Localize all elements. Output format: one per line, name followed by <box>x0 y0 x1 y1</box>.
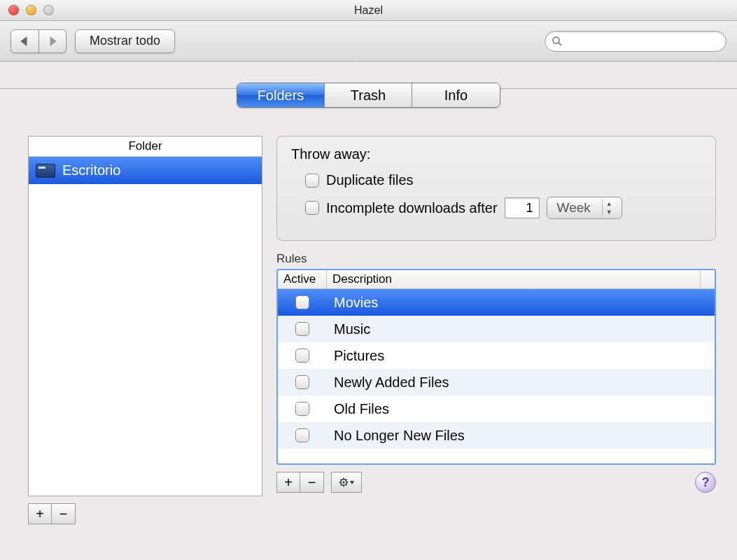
rule-active-checkbox[interactable] <box>295 428 309 442</box>
rules-pane: Throw away: Duplicate files Incomplete d… <box>276 136 716 524</box>
back-button[interactable] <box>10 29 39 53</box>
rule-description: Old Files <box>327 401 715 417</box>
folder-list-box: Folder Escritorio <box>28 136 262 496</box>
rule-description: No Longer New Files <box>327 428 715 444</box>
rule-description: Movies <box>327 295 715 311</box>
folder-list[interactable]: Escritorio <box>29 157 262 496</box>
show-all-button[interactable]: Mostrar todo <box>75 29 175 53</box>
rule-active-cell <box>278 349 327 363</box>
add-rule-button[interactable]: + <box>276 472 300 493</box>
rules-buttons-row: + − ? <box>276 472 716 493</box>
rule-active-cell <box>278 375 327 389</box>
zoom-window-button[interactable] <box>43 5 54 15</box>
rule-row[interactable]: Music <box>278 316 715 342</box>
search-icon <box>552 36 563 49</box>
svg-point-2 <box>553 37 559 43</box>
rule-active-cell <box>278 295 327 309</box>
col-header-active[interactable]: Active <box>278 270 327 288</box>
rule-active-cell <box>278 402 327 416</box>
incomplete-downloads-checkbox[interactable] <box>305 201 319 215</box>
rule-description: Newly Added Files <box>327 374 715 391</box>
throw-incomplete-row: Incomplete downloads after Week ▲▼ <box>305 197 701 219</box>
gear-icon <box>339 477 354 488</box>
rule-row[interactable]: Movies <box>278 289 715 316</box>
duplicate-files-label: Duplicate files <box>326 172 414 188</box>
search-input[interactable] <box>545 31 727 52</box>
tab-folders[interactable]: Folders <box>237 83 325 107</box>
duplicate-files-checkbox[interactable] <box>305 174 319 188</box>
rule-active-checkbox[interactable] <box>295 322 309 336</box>
rule-active-checkbox[interactable] <box>295 375 309 389</box>
stepper-icon: ▲▼ <box>602 200 616 216</box>
col-header-scroll-gutter <box>701 270 715 288</box>
help-button[interactable]: ? <box>695 472 716 493</box>
content-area: Folder Escritorio + − Throw away: Duplic… <box>0 115 737 524</box>
minimize-window-button[interactable] <box>26 5 36 15</box>
forward-button[interactable] <box>39 29 67 53</box>
svg-marker-14 <box>350 481 354 484</box>
remove-folder-button[interactable]: − <box>52 503 76 524</box>
svg-line-11 <box>346 484 346 485</box>
toolbar: Mostrar todo <box>0 21 737 62</box>
window-title: Hazel <box>0 4 737 17</box>
traffic-lights <box>8 5 54 15</box>
svg-point-5 <box>342 481 344 483</box>
incomplete-unit-label: Week <box>557 200 591 216</box>
search-wrap <box>545 31 727 52</box>
folder-item-label: Escritorio <box>62 162 120 178</box>
folder-item[interactable]: Escritorio <box>29 157 262 184</box>
rule-description: Pictures <box>327 348 715 364</box>
throw-away-title: Throw away: <box>291 146 701 162</box>
rule-row[interactable]: Newly Added Files <box>278 369 715 396</box>
rules-table-header: Active Description <box>278 270 715 289</box>
tab-row: Folders Trash Info <box>0 62 737 115</box>
svg-line-10 <box>341 479 342 480</box>
rule-row[interactable]: No Longer New Files <box>278 422 715 449</box>
add-folder-button[interactable]: + <box>28 503 52 524</box>
col-header-description[interactable]: Description <box>327 270 701 288</box>
rule-active-checkbox[interactable] <box>295 349 309 363</box>
rules-table: Active Description MoviesMusicPicturesNe… <box>276 269 716 465</box>
rule-row[interactable]: Pictures <box>278 342 715 369</box>
folder-column-header: Folder <box>29 136 262 157</box>
tab-trash[interactable]: Trash <box>325 83 412 107</box>
throw-away-box: Throw away: Duplicate files Incomplete d… <box>276 136 716 241</box>
rule-active-checkbox[interactable] <box>295 295 309 309</box>
folder-buttons-row: + − <box>28 503 262 524</box>
svg-line-13 <box>346 479 346 480</box>
triangle-left-icon <box>20 36 29 46</box>
tab-info[interactable]: Info <box>412 83 500 107</box>
rule-active-checkbox[interactable] <box>295 402 309 416</box>
throw-duplicate-row: Duplicate files <box>305 172 701 188</box>
incomplete-value-input[interactable] <box>505 197 540 218</box>
rules-table-body[interactable]: MoviesMusicPicturesNewly Added FilesOld … <box>278 289 715 463</box>
close-window-button[interactable] <box>8 5 19 15</box>
rule-description: Music <box>327 321 715 337</box>
incomplete-downloads-label: Incomplete downloads after <box>326 200 498 216</box>
incomplete-unit-dropdown[interactable]: Week ▲▼ <box>547 197 622 219</box>
svg-marker-1 <box>50 36 56 46</box>
rule-active-cell <box>278 428 327 442</box>
rule-row[interactable]: Old Files <box>278 396 715 422</box>
remove-rule-button[interactable]: − <box>300 472 324 493</box>
svg-marker-0 <box>20 36 27 46</box>
segmented-tabs: Folders Trash Info <box>237 83 500 108</box>
titlebar: Hazel <box>0 0 737 21</box>
triangle-right-icon <box>48 36 57 46</box>
rules-section-label: Rules <box>276 252 716 266</box>
rule-active-cell <box>278 322 327 336</box>
svg-line-3 <box>559 43 561 46</box>
desktop-folder-icon <box>36 164 55 178</box>
rule-actions-button[interactable] <box>331 472 362 493</box>
nav-group <box>10 29 66 53</box>
svg-line-12 <box>341 484 342 485</box>
folders-pane: Folder Escritorio + − <box>28 136 262 524</box>
